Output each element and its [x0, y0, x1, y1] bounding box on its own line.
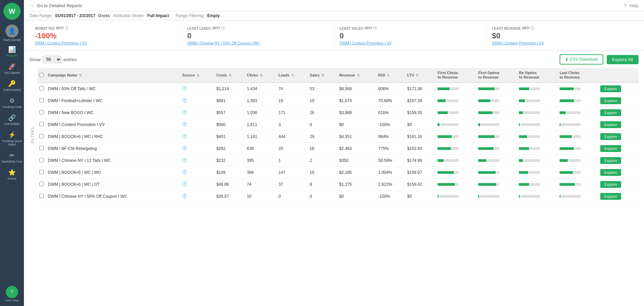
explore-cell[interactable]: Explore	[598, 179, 639, 191]
sidebar-item-tracking-code[interactable]: ⚙ Tracking Code	[0, 94, 24, 111]
filters-sidebar: FILTERS	[29, 68, 37, 203]
revenue-cell: $0	[337, 119, 376, 131]
explore-button-6[interactable]: Explore	[600, 157, 621, 164]
worst-roi-sub[interactable]: DWM I Content Promotion I VV	[35, 41, 176, 45]
row-checkbox-6[interactable]	[39, 158, 44, 162]
source-info-icon[interactable]: ⓕ	[182, 122, 187, 127]
mini-bar	[438, 87, 474, 90]
explore-button-9[interactable]: Explore	[600, 193, 621, 200]
col-sales[interactable]: Sales ⇅	[308, 68, 337, 83]
mini-bar	[478, 183, 515, 186]
source-info-icon[interactable]: ⓕ	[182, 134, 187, 139]
col-roi[interactable]: ROI ⇅	[376, 68, 405, 83]
explore-cell[interactable]: Explore	[598, 107, 639, 119]
col-clicks[interactable]: Clicks ⇅	[245, 68, 276, 83]
col-revenue[interactable]: Revenue ⇅	[337, 68, 376, 83]
row-checkbox-cell[interactable]	[37, 131, 46, 143]
source-info-icon[interactable]: ⓕ	[182, 86, 187, 91]
roi-cell: -100%	[376, 191, 405, 203]
col-first-clicks[interactable]: First Clicksto Revenue	[435, 68, 476, 83]
explore-button-5[interactable]: Explore	[600, 145, 621, 152]
row-checkbox-cell[interactable]	[37, 191, 46, 203]
col-campaign-name[interactable]: Campaign Name ⇅	[46, 68, 180, 83]
source-info-icon[interactable]: ⓕ	[182, 157, 187, 163]
explore-cell[interactable]: Explore	[598, 83, 639, 95]
explore-cell[interactable]: Explore	[598, 167, 639, 179]
least-sales-sub[interactable]: DWM I Content Promotion I VV	[340, 41, 481, 45]
first-clicks-cell	[435, 179, 476, 191]
least-revenue-sub[interactable]: DWM I Content Promotion I VV	[492, 41, 633, 45]
source-info-icon[interactable]: ⓕ	[182, 110, 187, 115]
row-checkbox-cell[interactable]	[37, 119, 46, 131]
sidebar-item-reports[interactable]: 📊 Reports	[0, 43, 24, 60]
col-ltv[interactable]: LTV ⇅	[405, 68, 435, 83]
source-info-icon[interactable]: ⓕ	[182, 181, 187, 187]
explore-cell[interactable]: Explore	[598, 155, 639, 167]
explore-cell[interactable]: Explore	[598, 143, 639, 155]
roi-cell: -100%	[376, 119, 405, 131]
row-checkbox-cell[interactable]	[37, 107, 46, 119]
row-checkbox-2[interactable]	[39, 110, 44, 114]
sidebar-item-marketing-cost[interactable]: ✏ Marketing Cost	[0, 149, 24, 166]
source-info-icon[interactable]: ⓕ	[182, 169, 187, 175]
source-info-icon[interactable]: ⓕ	[182, 98, 187, 103]
row-checkbox-9[interactable]	[39, 194, 44, 198]
sidebar-item-authorization[interactable]: 🔑 Authorization	[0, 77, 24, 94]
worst-roi-why[interactable]: Why ⓘ	[56, 26, 68, 31]
source-info-icon[interactable]: ⓕ	[182, 145, 187, 151]
ltv-cell: $0	[405, 119, 435, 131]
revenue-cell: $8,568	[337, 83, 376, 95]
col-source[interactable]: Source ⇅	[180, 68, 214, 83]
row-checkbox-cell[interactable]	[37, 95, 46, 107]
first-clicks-cell	[435, 155, 476, 167]
explore-cell[interactable]: Explore	[598, 191, 639, 203]
explore-button-2[interactable]: Explore	[600, 109, 621, 116]
col-first-optins[interactable]: First Optinsto Revenue	[476, 68, 517, 83]
row-checkbox-7[interactable]	[39, 170, 44, 174]
explore-button-4[interactable]: Explore	[600, 133, 621, 140]
least-leads-why[interactable]: Why ⓘ	[212, 26, 225, 31]
least-sales-why[interactable]: Why ⓘ	[364, 26, 377, 31]
row-checkbox-8[interactable]	[39, 182, 44, 186]
row-checkbox-cell[interactable]	[37, 167, 46, 179]
sidebar-item-get-started[interactable]: 🚀 Get Started	[0, 60, 24, 77]
row-checkbox-3[interactable]	[39, 122, 44, 126]
csv-download-button[interactable]: ⬇ CSV Download	[560, 54, 603, 65]
mini-bar	[560, 171, 596, 174]
row-checkbox-4[interactable]	[39, 134, 44, 138]
source-info-icon[interactable]: ⓕ	[182, 193, 187, 199]
entries-select[interactable]: 10 25 50 100	[43, 56, 62, 63]
explore-button-8[interactable]: Explore	[600, 181, 621, 188]
first-optins-cell	[476, 107, 517, 119]
sidebar-item-tracking-quick-starts[interactable]: ⚡ Tracking Quick Starts	[0, 128, 24, 149]
explore-button-0[interactable]: Explore	[600, 85, 621, 92]
explore-cell[interactable]: Explore	[598, 95, 639, 107]
sidebar-item-link-builder[interactable]: 🔗 Link Builder	[0, 111, 24, 128]
col-costs[interactable]: Costs ⇅	[214, 68, 245, 83]
explore-cell[interactable]: Explore	[598, 119, 639, 131]
need-help-button[interactable]: ?	[6, 286, 18, 298]
row-checkbox-cell[interactable]	[37, 143, 46, 155]
col-last-clicks[interactable]: Last Clicksto Revenue	[558, 68, 598, 83]
row-checkbox-5[interactable]	[39, 146, 44, 150]
least-revenue-why[interactable]: Why ⓘ	[522, 26, 534, 31]
least-leads-sub[interactable]: DWM I Chinese NY I 50% Off Coupon I WC	[187, 41, 328, 45]
explore-button-3[interactable]: Explore	[600, 121, 621, 128]
select-all-header[interactable]	[37, 68, 46, 83]
select-all-checkbox[interactable]	[39, 73, 44, 77]
row-checkbox-0[interactable]	[39, 86, 44, 91]
detailed-reports-link[interactable]: Go to Detailed Reports	[37, 3, 82, 8]
col-leads[interactable]: Leads ⇅	[277, 68, 308, 83]
row-checkbox-1[interactable]	[39, 98, 44, 102]
row-checkbox-cell[interactable]	[37, 179, 46, 191]
clicks-cell: 1,181	[245, 131, 276, 143]
explore-cell[interactable]: Explore	[598, 131, 639, 143]
explore-all-button[interactable]: Explore All	[607, 55, 639, 64]
sidebar-item-extras[interactable]: ⭐ Extras	[0, 166, 24, 183]
row-checkbox-cell[interactable]	[37, 83, 46, 95]
row-checkbox-cell[interactable]	[37, 155, 46, 167]
explore-button-7[interactable]: Explore	[600, 169, 621, 176]
col-re-optins[interactable]: Re Optinsto Revenue	[517, 68, 558, 83]
re-optins-cell	[517, 83, 558, 95]
explore-button-1[interactable]: Explore	[600, 97, 621, 104]
